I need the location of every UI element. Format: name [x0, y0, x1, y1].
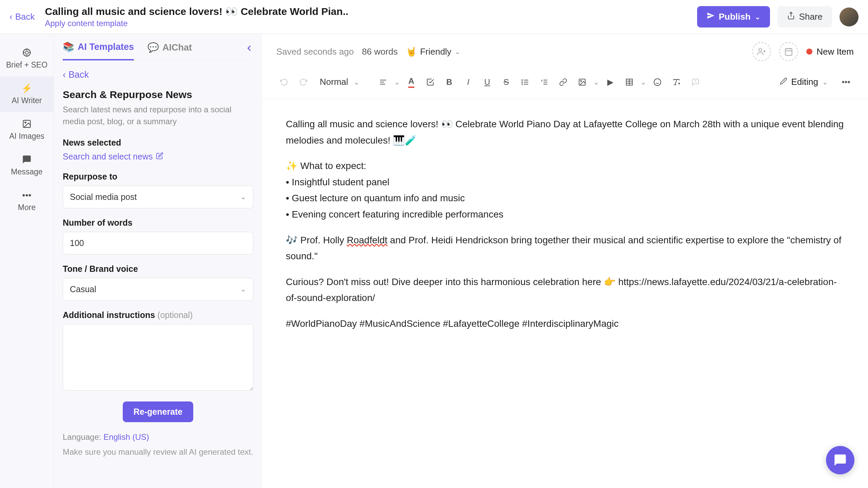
chat-icon: 💬 [147, 42, 159, 53]
chevron-down-icon: ⌄ [240, 285, 246, 293]
link-text: Search and select news [63, 152, 153, 162]
share-button[interactable]: Share [777, 6, 832, 27]
svg-point-22 [522, 82, 522, 82]
apply-template-link[interactable]: Apply content template [45, 19, 697, 28]
item-status[interactable]: New Item [806, 46, 854, 57]
content-paragraph: ✨ What to expect: • Insightful student p… [286, 158, 844, 222]
svg-point-8 [759, 48, 762, 51]
header-back-button[interactable]: ‹ Back [9, 12, 35, 22]
rail-label: Message [11, 167, 42, 176]
svg-point-23 [522, 84, 522, 85]
words-input[interactable] [63, 232, 253, 255]
more-options-button[interactable]: ••• [838, 74, 854, 90]
tone-selector[interactable]: 🤘 Friendly ⌄ [406, 46, 460, 57]
image-icon [22, 119, 32, 129]
more-icon: ••• [22, 190, 32, 200]
editor-content[interactable]: Calling all music and science lovers! 👀 … [262, 99, 868, 358]
svg-point-1 [25, 51, 28, 54]
chevron-left-icon: ‹ [9, 12, 13, 22]
tone-select[interactable]: Casual ⌄ [63, 278, 253, 301]
rail-ai-writer[interactable]: ⚡ AI Writer [0, 76, 54, 112]
optional-label: (optional) [157, 310, 193, 320]
tab-label: AIChat [162, 42, 192, 53]
video-button[interactable]: ▶ [603, 74, 618, 90]
highlight-button[interactable] [422, 74, 438, 90]
instructions-label: Additional instructions (optional) [63, 310, 253, 320]
italic-button[interactable]: I [460, 74, 476, 90]
editing-mode-select[interactable]: Editing ⌄ [773, 73, 835, 91]
content-paragraph: 🎶 Prof. Holly Roadfeldt and Prof. Heidi … [286, 232, 844, 264]
send-icon [707, 12, 715, 22]
undo-button[interactable] [276, 74, 292, 90]
emoji-button[interactable] [650, 74, 665, 90]
misspelled-word: Roadfeldt [347, 235, 388, 245]
svg-rect-11 [785, 49, 792, 55]
comment-button[interactable] [688, 74, 703, 90]
bullet-list-button[interactable] [517, 74, 533, 90]
select-value: Casual [70, 284, 96, 294]
text-style-select[interactable]: Normal ⌄ [314, 73, 372, 91]
publish-label: Publish [719, 12, 751, 22]
regenerate-button[interactable]: Re-generate [123, 401, 194, 422]
bold-button[interactable]: B [441, 74, 457, 90]
add-collaborator-button[interactable] [752, 42, 771, 61]
user-avatar[interactable] [840, 7, 859, 26]
link-button[interactable] [555, 74, 571, 90]
chevron-down-icon: ⌄ [755, 13, 761, 21]
status-label: New Item [816, 46, 854, 57]
search-select-news-link[interactable]: Search and select news [63, 152, 253, 162]
pencil-icon [780, 77, 787, 87]
instructions-textarea[interactable] [63, 324, 253, 391]
svg-point-21 [522, 80, 522, 80]
svg-point-28 [580, 80, 581, 81]
svg-point-7 [25, 122, 26, 123]
saved-status: Saved seconds ago [276, 46, 354, 57]
tone-label: Tone / Brand voice [63, 264, 253, 274]
chevron-down-icon: ⌄ [822, 78, 828, 86]
chevron-down-icon[interactable]: ⌄ [394, 78, 400, 86]
content-paragraph: #WorldPianoDay #MusicAndScience #Lafayet… [286, 316, 844, 332]
rail-more[interactable]: ••• More [0, 183, 54, 219]
rail-label: AI Images [9, 132, 44, 141]
chevron-down-icon[interactable]: ⌄ [640, 78, 646, 86]
edit-icon [156, 152, 163, 162]
align-button[interactable] [375, 74, 391, 90]
chevron-down-icon[interactable]: ⌄ [593, 78, 599, 86]
strikethrough-button[interactable]: S [498, 74, 514, 90]
rail-brief-seo[interactable]: Brief + SEO [0, 41, 54, 76]
panel-back-label: Back [68, 70, 89, 80]
publish-button[interactable]: Publish ⌄ [697, 6, 770, 27]
underline-button[interactable]: U [479, 74, 495, 90]
panel-back-button[interactable]: ‹ Back [63, 70, 253, 80]
words-label: Number of words [63, 218, 253, 228]
tab-label: AI Templates [78, 42, 134, 52]
numbered-list-button[interactable] [536, 74, 552, 90]
back-label: Back [15, 12, 35, 22]
tab-ai-chat[interactable]: 💬 AIChat [147, 41, 192, 60]
table-button[interactable] [622, 74, 637, 90]
target-icon [22, 48, 32, 58]
section-title: Search & Repurpose News [63, 89, 253, 100]
mode-label: Editing [791, 77, 818, 87]
message-icon [22, 154, 32, 165]
document-title[interactable]: Calling all music and science lovers! 👀 … [45, 5, 697, 17]
content-paragraph: Curious? Don't miss out! Dive deeper int… [286, 274, 844, 306]
share-icon [787, 12, 795, 22]
schedule-button[interactable] [779, 42, 798, 61]
tab-ai-templates[interactable]: 📚 AI Templates [63, 41, 134, 60]
collapse-panel-button[interactable] [244, 43, 257, 56]
text-color-button[interactable]: A [403, 74, 419, 90]
language-link[interactable]: English (US) [103, 432, 149, 442]
rail-message[interactable]: Message [0, 148, 54, 183]
repurpose-select[interactable]: Social media post ⌄ [63, 186, 253, 208]
rail-ai-images[interactable]: AI Images [0, 112, 54, 148]
redo-button[interactable] [295, 74, 311, 90]
image-button[interactable] [574, 74, 590, 90]
rail-label: Brief + SEO [6, 60, 47, 70]
clear-format-button[interactable] [669, 74, 684, 90]
intercom-chat-button[interactable] [826, 446, 854, 474]
chevron-down-icon: ⌄ [354, 78, 359, 86]
tone-value: Friendly [420, 46, 451, 57]
share-label: Share [799, 12, 823, 22]
status-dot-icon [806, 49, 812, 55]
